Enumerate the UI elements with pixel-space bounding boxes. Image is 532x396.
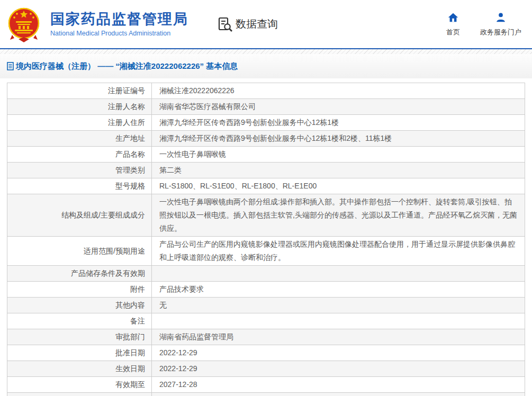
breadcrumb-text: 境内医疗器械（注册） —— “湘械注准20222062226” 基本信息: [16, 61, 238, 71]
row-label: 型号规格: [7, 178, 151, 194]
row-value: [151, 266, 525, 281]
home-icon: [447, 12, 459, 23]
row-label: 结构及组成/主要组成成分: [7, 194, 151, 236]
table-row: 产品储存条件及有效期: [7, 266, 525, 282]
row-value: 2022-12-29: [151, 345, 525, 361]
row-label: 适用范围/预期用途: [7, 237, 151, 265]
row-label: 其他内容: [7, 298, 151, 313]
table-row: 产品名称 一次性电子鼻咽喉镜: [7, 147, 525, 163]
row-label: 管理类别: [7, 163, 151, 178]
data-query-section: 数据查询: [218, 16, 278, 32]
row-value: 湘潭九华经开区传奇西路9号创新创业服务中心12栋1楼: [151, 115, 525, 130]
table-row: 生产地址 湘潭九华经开区传奇西路9号创新创业服务中心12栋1楼和2楼、11栋1楼: [7, 131, 525, 147]
row-label: 批准日期: [7, 345, 151, 361]
row-value: [151, 313, 525, 329]
table-row: 审批部门 湖南省药品监督管理局: [7, 329, 525, 345]
row-label: 备注: [7, 313, 151, 329]
org-name-zh: 国家药品监督管理局: [50, 11, 188, 28]
row-value: 产品技术要求: [151, 282, 525, 297]
table-row: 注册证编号 湘械注准20222062226: [7, 83, 525, 99]
table-row: 有效期至 2027-12-28: [7, 377, 525, 393]
national-emblem-logo: [7, 6, 41, 43]
table-row: 管理类别 第二类: [7, 163, 525, 178]
row-value: RL-S1800、RL-S1E00、RL-E1800、RL-E1E00: [151, 178, 525, 194]
data-query-label: 数据查询: [236, 17, 278, 31]
row-label: 注册人住所: [7, 115, 151, 130]
table-row: 备注: [7, 313, 525, 329]
breadcrumb-band: 境内医疗器械（注册） —— “湘械注准20222062226” 基本信息: [0, 54, 532, 78]
user-icon: [495, 12, 507, 23]
row-label: 产品储存条件及有效期: [7, 266, 151, 281]
row-label: 生产地址: [7, 131, 151, 146]
row-value: 湖南省药品监督管理局: [151, 329, 525, 345]
row-value: 2022-12-29: [151, 361, 525, 376]
table-row: 附件 产品技术要求: [7, 282, 525, 298]
row-value: 一次性电子鼻咽喉镜由两个部分组成:操作部和插入部。其中操作部包括一个控制杆、旋转…: [151, 194, 525, 236]
row-value: 一次性电子鼻咽喉镜: [151, 147, 525, 162]
row-value: 湘潭九华经开区传奇西路9号创新创业服务中心12栋1楼和2楼、11栋1楼: [151, 131, 525, 146]
row-value: 第二类: [151, 163, 525, 178]
site-header: 国家药品监督管理局 National Medical Products Admi…: [0, 0, 532, 49]
hatched-divider: [0, 49, 532, 54]
row-value: 无: [151, 298, 525, 313]
main-content: 注册证编号 湘械注准20222062226 注册人名称 湖南省华芯医疗器械有限公…: [0, 78, 532, 396]
row-value: 湘械注准20222062226: [151, 83, 525, 98]
row-label: 有效期至: [7, 377, 151, 392]
row-label: 附件: [7, 282, 151, 297]
registration-info-table: 注册证编号 湘械注准20222062226 注册人名称 湖南省华芯医疗器械有限公…: [7, 83, 525, 396]
header-nav: 首页 政务服务门户: [446, 12, 521, 37]
table-row: 批准日期 2022-12-29: [7, 345, 525, 361]
org-name-en: National Medical Products Administration: [50, 30, 188, 37]
table-row: 注册人名称 湖南省华芯医疗器械有限公司: [7, 99, 525, 115]
row-value: 产品与公司生产的医用内窥镜影像处理器或医用内窥镜图像处理器配合使用，用于通过显示…: [151, 237, 525, 265]
table-row: 结构及组成/主要组成成分 一次性电子鼻咽喉镜由两个部分组成:操作部和插入部。其中…: [7, 194, 525, 237]
row-label: 注册证编号: [7, 83, 151, 98]
nav-home-label: 首页: [446, 28, 460, 37]
row-value: 2027-12-28: [151, 377, 525, 392]
nav-portal[interactable]: 政务服务门户: [480, 12, 521, 37]
table-row: 其他内容 无: [7, 298, 525, 313]
org-title-block: 国家药品监督管理局 National Medical Products Admi…: [50, 11, 188, 37]
table-row: 型号规格 RL-S1800、RL-S1E00、RL-E1800、RL-E1E00: [7, 178, 525, 194]
row-label: 审批部门: [7, 329, 151, 345]
row-label: 生效日期: [7, 361, 151, 376]
document-search-icon: [218, 16, 233, 32]
row-label: 变更情况: [7, 393, 151, 396]
table-row: 适用范围/预期用途 产品与公司生产的医用内窥镜影像处理器或医用内窥镜图像处理器配…: [7, 237, 525, 266]
table-row: 注册人住所 湘潭九华经开区传奇西路9号创新创业服务中心12栋1楼: [7, 115, 525, 131]
nav-home[interactable]: 首页: [446, 12, 460, 37]
table-row: 生效日期 2022-12-29: [7, 361, 525, 377]
document-list-icon: [7, 62, 14, 70]
row-value: 湖南省华芯医疗器械有限公司: [151, 99, 525, 114]
table-row: 变更情况: [7, 393, 525, 396]
row-label: 注册人名称: [7, 99, 151, 114]
row-label: 产品名称: [7, 147, 151, 162]
breadcrumb: 境内医疗器械（注册） —— “湘械注准20222062226” 基本信息: [7, 61, 238, 71]
nav-portal-label: 政务服务门户: [480, 28, 521, 37]
row-value: [151, 393, 525, 396]
